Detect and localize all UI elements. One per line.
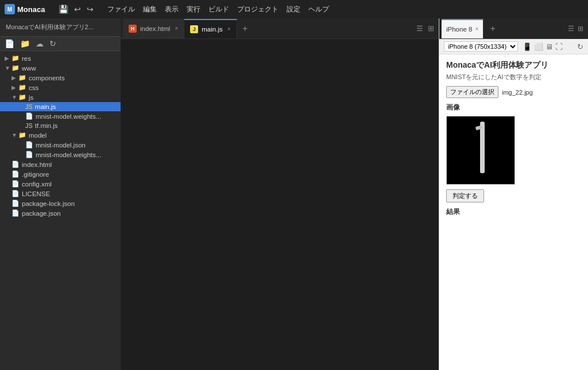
editor-split-icon[interactable]: ⊞: [428, 24, 434, 33]
desktop-icon[interactable]: 🖥: [546, 42, 553, 51]
tree-label-gitignore: .gitignore: [22, 171, 49, 178]
tab-main-js[interactable]: J main.js ×: [184, 19, 237, 38]
tree-item-tf-min[interactable]: JS tf.min.js: [0, 121, 121, 130]
new-folder-icon[interactable]: 📁: [20, 39, 30, 48]
line-numbers: [121, 39, 141, 370]
menu-project[interactable]: プロジェクト: [237, 5, 278, 14]
tree-item-www[interactable]: ▼ 📁 www: [0, 63, 121, 73]
save-icon[interactable]: 💾: [59, 5, 68, 14]
tablet-icon[interactable]: ⬜: [534, 42, 543, 51]
tab-add-button[interactable]: +: [237, 19, 253, 38]
tree-item-main-js[interactable]: JS main.js: [0, 102, 121, 111]
tab-icon-js: J: [190, 25, 198, 33]
editor-tab-right-icons: ☰ ⊞: [416, 24, 436, 33]
menu-build[interactable]: ビルド: [208, 5, 229, 14]
tree-item-package-json[interactable]: 📄 package.json: [0, 208, 121, 218]
preview-tab-close[interactable]: ×: [475, 26, 478, 32]
tree-label-license: LICENSE: [22, 190, 50, 197]
tree-label-mnist-json: mnist-model.json: [36, 142, 86, 149]
svg-rect-1: [480, 122, 485, 173]
preview-panel: iPhone 8 × + ☰ ⊞ iPhone 8 (750x1334) 📱 ⬜…: [439, 18, 588, 370]
new-file-icon[interactable]: 📄: [5, 39, 14, 48]
redo-icon[interactable]: ↪: [87, 5, 94, 14]
tree-item-css[interactable]: ▶ 📁 css: [0, 83, 121, 92]
fullscreen-icon[interactable]: ⛶: [555, 42, 563, 51]
tree-label-tf-min: tf.min.js: [35, 122, 58, 129]
menu-settings[interactable]: 設定: [287, 5, 300, 14]
file-select-row: ファイルの選択 img_22.jpg: [446, 86, 581, 98]
tree-label-config-xml: config.xml: [22, 181, 52, 188]
menu-bar: M Monaca 💾 ↩ ↪ ファイル 編集 表示 実行 ビルド プロジェクト …: [0, 0, 588, 18]
tree-item-mnist-weights2[interactable]: 📄 mnist-model.weights...: [0, 150, 121, 159]
preview-right-icons: ☰ ⊞: [568, 25, 586, 33]
judge-button[interactable]: 判定する: [446, 189, 484, 202]
device-toolbar: iPhone 8 (750x1334) 📱 ⬜ 🖥 ⛶ ↻: [439, 39, 588, 54]
tree-label-res: res: [22, 55, 31, 62]
editor-tab-bar: H index.html × J main.js × + ☰ ⊞: [121, 18, 439, 39]
tree-label-components: components: [29, 75, 65, 81]
tree-label-mnist-weights2: mnist-model.weights...: [36, 151, 101, 158]
tree-item-model[interactable]: ▼ 📁 model: [0, 130, 121, 140]
tree-label-css: css: [29, 84, 38, 91]
undo-icon[interactable]: ↩: [74, 5, 81, 14]
tab-icon-html: H: [129, 25, 137, 33]
preview-refresh-icon[interactable]: ↻: [577, 42, 583, 51]
tree-label-package-json: package.json: [22, 210, 61, 217]
main-menu: ファイル 編集 表示 実行 ビルド プロジェクト 設定 ヘルプ: [107, 5, 329, 14]
preview-list-icon[interactable]: ☰: [568, 25, 574, 33]
tree-item-mnist-json[interactable]: 📄 mnist-model.json: [0, 140, 121, 150]
sidebar: MonacaでAI利用体験アプリ2... 📄 📁 ☁ ↻ ▶ 📁 res ▼ 📁…: [0, 18, 121, 370]
tree-item-res[interactable]: ▶ 📁 res: [0, 53, 121, 63]
device-select[interactable]: iPhone 8 (750x1334): [444, 41, 518, 52]
tree-item-components[interactable]: ▶ 📁 components: [0, 73, 121, 83]
preview-tab-add[interactable]: +: [486, 19, 500, 38]
menu-view[interactable]: 表示: [165, 5, 179, 14]
result-section-label: 結果: [446, 207, 581, 217]
sidebar-toolbar: 📄 📁 ☁ ↻: [0, 37, 121, 51]
code-content[interactable]: [141, 39, 439, 370]
menu-run[interactable]: 実行: [187, 5, 200, 14]
editor-area: H index.html × J main.js × + ☰ ⊞: [121, 18, 439, 370]
phone-icon[interactable]: 📱: [523, 42, 532, 51]
file-name: img_22.jpg: [502, 89, 533, 96]
sidebar-title: MonacaでAI利用体験アプリ2...: [0, 18, 121, 37]
preview-split-icon[interactable]: ⊞: [578, 25, 583, 33]
device-icons: 📱 ⬜ 🖥 ⛶: [523, 42, 563, 51]
tree-label-package-lock: package-lock.json: [22, 200, 75, 207]
preview-tab-iphone8[interactable]: iPhone 8 ×: [442, 19, 483, 38]
file-select-button[interactable]: ファイルの選択: [446, 86, 498, 98]
image-section-label: 画像: [446, 103, 581, 112]
logo-icon: M: [5, 4, 15, 14]
digit-svg: [447, 116, 514, 185]
refresh-icon[interactable]: ↻: [49, 39, 56, 48]
tab-index-html[interactable]: H index.html ×: [123, 19, 184, 38]
app-logo: M Monaca: [5, 4, 45, 14]
menu-file[interactable]: ファイル: [107, 5, 135, 14]
editor-list-icon[interactable]: ☰: [416, 24, 423, 33]
preview-tab-bar: iPhone 8 × + ☰ ⊞: [439, 18, 588, 39]
tree-item-js[interactable]: ▼ 📁 js: [0, 92, 121, 102]
app-preview: MonacaでAI利用体験アプリ MNISTを元にしたAIで数字を判定 ファイル…: [439, 54, 588, 370]
tree-item-package-lock[interactable]: 📄 package-lock.json: [0, 198, 121, 208]
tab-close-index-html[interactable]: ×: [175, 25, 178, 32]
menu-edit[interactable]: 編集: [143, 5, 157, 14]
app-title: MonacaでAI利用体験アプリ: [446, 60, 581, 71]
tree-label-js: js: [29, 94, 33, 101]
file-tree: ▶ 📁 res ▼ 📁 www ▶ 📁 components ▶: [0, 51, 121, 370]
menu-help[interactable]: ヘルプ: [308, 5, 329, 14]
toolbar-icons: 💾 ↩ ↪: [59, 5, 94, 14]
tree-item-gitignore[interactable]: 📄 .gitignore: [0, 169, 121, 179]
cloud-icon[interactable]: ☁: [36, 39, 44, 48]
tree-label-index-html: index.html: [22, 161, 52, 168]
tree-label-model: model: [29, 132, 47, 139]
tree-item-license[interactable]: 📄 LICENSE: [0, 189, 121, 198]
tree-item-index-html[interactable]: 📄 index.html: [0, 159, 121, 169]
logo-text: Monaca: [17, 5, 45, 14]
code-editor[interactable]: [121, 39, 439, 370]
preview-tab-label: iPhone 8: [446, 26, 472, 33]
tree-item-config-xml[interactable]: 📄 config.xml: [0, 179, 121, 189]
tab-close-main-js[interactable]: ×: [227, 26, 231, 32]
tree-label-mnist-weights1: mnist-model.weights...: [36, 113, 101, 120]
tree-item-mnist-weights1[interactable]: 📄 mnist-model.weights...: [0, 111, 121, 121]
tab-label-main-js: main.js: [202, 26, 222, 33]
